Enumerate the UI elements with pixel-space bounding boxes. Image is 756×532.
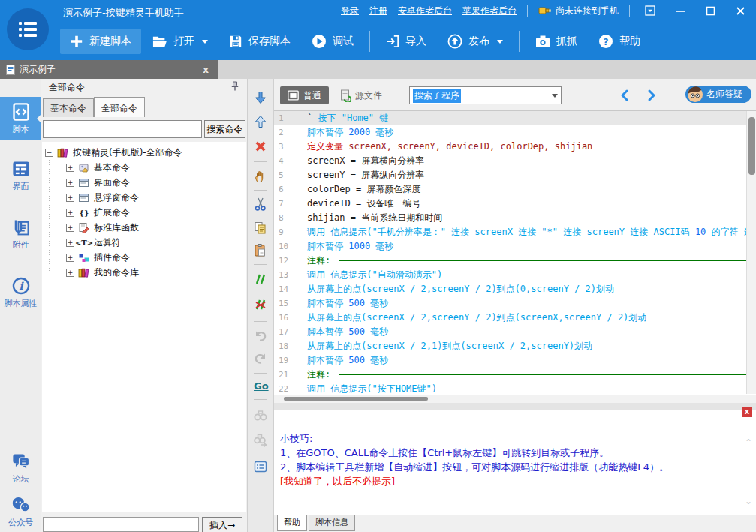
tree-item[interactable]: +悬浮窗命令 [42,190,246,205]
code-line[interactable]: 8shijian = 当前系统日期和时间 [274,211,756,225]
tree-item[interactable]: +<T>运算符 [42,235,246,250]
move-up-button[interactable] [253,114,268,129]
minimize-button[interactable] [670,4,690,17]
find-button[interactable] [253,409,268,424]
save-script-button[interactable]: 保存脚本 [219,29,300,54]
tree-item[interactable]: +我的命令库 [42,265,246,280]
tree-expand-icon[interactable]: + [66,224,74,232]
open-button[interactable]: 打开 [143,29,218,54]
sidebar-item-ui[interactable]: 界面 [0,154,41,197]
close-button[interactable] [730,4,750,17]
tips-close-button[interactable]: x [742,407,752,417]
help-button[interactable]: ? 帮助 [589,28,650,55]
code-line[interactable]: 1` 按下 "Home" 键 [274,111,756,125]
tree-expand-icon[interactable]: + [66,269,74,277]
document-tab[interactable]: 演示例子 x [0,60,218,79]
view-source-button[interactable]: 源文件 [340,86,382,104]
goto-button[interactable]: Go [254,380,269,392]
tree-expand-icon[interactable]: + [66,179,74,187]
code-line[interactable]: 12注释: [274,254,756,268]
scroll-up-icon[interactable]: ⌃ [745,437,752,448]
command-search-input[interactable] [43,120,202,138]
tree-expand-icon[interactable]: + [66,164,74,172]
new-script-button[interactable]: 新建脚本 [60,29,141,54]
tree-expand-icon[interactable]: + [66,194,74,202]
undo-button[interactable] [253,329,268,344]
sidebar-item-wechat[interactable]: 公众号 [0,490,41,532]
android-author-link[interactable]: 安卓作者后台 [398,5,452,17]
redo-button[interactable] [253,351,268,366]
uncomment-button[interactable] [253,297,268,312]
pin-icon[interactable] [230,81,239,93]
sidebar-item-attachment[interactable]: 附件 [0,212,41,256]
code-line[interactable]: 19脚本暂停 500 毫秒 [274,353,756,368]
sidebar-item-script[interactable]: 脚本 [0,97,41,140]
hand-button[interactable] [253,170,268,185]
login-link[interactable]: 登录 [341,5,359,17]
tree-item[interactable]: +标准库函数 [42,220,246,235]
code-line[interactable]: 21注释: [274,368,756,382]
code-line[interactable]: 18从屏幕上的点(screenX / 2,1)到点(screenX / 2,sc… [274,339,756,353]
tree-root[interactable]: −按键精灵(手机版)-全部命令 [42,145,246,160]
subroutine-search-combobox[interactable]: 搜索子程序 [409,86,562,104]
publish-button[interactable]: 发布 [438,28,513,55]
delete-button[interactable] [253,139,268,154]
sidebar-item-forum[interactable]: 论坛 [0,446,41,490]
navigate-back-button[interactable] [618,88,633,103]
form-button[interactable] [253,459,268,474]
code-line[interactable]: 5screenY = 屏幕纵向分辨率 [274,168,756,182]
insert-button[interactable]: 插入→ [202,517,242,532]
paste-button[interactable] [253,243,268,258]
vertical-scrollbar-thumb[interactable] [748,117,755,175]
maximize-button[interactable] [700,4,720,17]
document-tab-close-icon[interactable]: x [200,65,212,75]
tab-basic-commands[interactable]: 基本命令 [43,98,94,117]
tree-item[interactable]: +插件命令 [42,250,246,265]
insert-input[interactable] [43,517,199,532]
register-link[interactable]: 注册 [369,5,387,17]
code-line[interactable]: 14从屏幕上的点(screenX / 2,screenY / 2)到点(0,sc… [274,282,756,296]
debug-button[interactable]: 调试 [302,28,363,55]
tree-expand-icon[interactable]: + [66,209,74,217]
comment-button[interactable] [253,272,268,287]
code-line[interactable]: 6colorDep = 屏幕颜色深度 [274,182,756,197]
code-line[interactable]: 7deviceID = 设备唯一编号 [274,197,756,211]
command-search-button[interactable]: 搜索命令 [204,120,245,138]
import-button[interactable]: 导入 [376,29,436,54]
tree-expand-icon[interactable]: + [66,254,74,262]
code-line[interactable]: 10脚本暂停 1000 毫秒 [274,239,756,254]
tree-item[interactable]: +基本命令 [42,160,246,175]
code-line[interactable]: 16从屏幕上的点(screenX / 2,screenY / 2)到点(scre… [274,311,756,325]
tree-expand-icon[interactable]: + [66,239,74,247]
collapse-window-button[interactable] [640,4,660,17]
teacher-qa-button[interactable]: 名师答疑 [685,86,751,103]
main-menu-button[interactable] [7,8,49,50]
capture-button[interactable]: 抓抓 [526,29,587,54]
copy-button[interactable] [253,221,268,236]
code-line[interactable]: 3定义变量 screenX, screenY, deviceID, colorD… [274,140,756,154]
view-normal-button[interactable]: 普通 [280,86,329,104]
code-line[interactable]: 9调用 信息提示("手机分辨率是：" 连接 screenX 连接 "*" 连接 … [274,225,756,239]
cut-button[interactable] [253,197,268,212]
code-editor[interactable]: 1` 按下 "Home" 键2脚本暂停 2000 毫秒3定义变量 screenX… [274,110,756,395]
ios-author-link[interactable]: 苹果作者后台 [462,5,517,17]
horizontal-scrollbar[interactable] [274,395,756,403]
tree-item[interactable]: +界面命令 [42,175,246,190]
code-line[interactable]: 13调用 信息提示("自动滑动演示") [274,268,756,282]
code-line[interactable]: 15脚本暂停 500 毫秒 [274,296,756,311]
tab-all-commands[interactable]: 全部命令 [94,97,145,117]
tree-collapse-icon[interactable]: − [45,149,53,157]
horizontal-scrollbar-thumb[interactable] [284,397,428,401]
tips-dismiss-link[interactable]: [我知道了，以后不必提示] [280,474,741,488]
scroll-down-icon[interactable]: ⌄ [745,496,752,506]
sidebar-item-script-properties[interactable]: i 脚本属性 [0,271,41,314]
code-line[interactable]: 17脚本暂停 500 毫秒 [274,325,756,339]
code-line[interactable]: 22调用 信息提示("按下HOME键") [274,382,756,395]
navigate-forward-button[interactable] [643,88,658,103]
move-down-button[interactable] [253,90,268,105]
code-line[interactable]: 2脚本暂停 2000 毫秒 [274,125,756,140]
tab-script-info[interactable]: 脚本信息 [309,515,355,531]
tree-item[interactable]: +{}扩展命令 [42,205,246,220]
tab-help[interactable]: 帮助 [277,515,307,531]
code-line[interactable]: 4screenX = 屏幕横向分辨率 [274,154,756,168]
